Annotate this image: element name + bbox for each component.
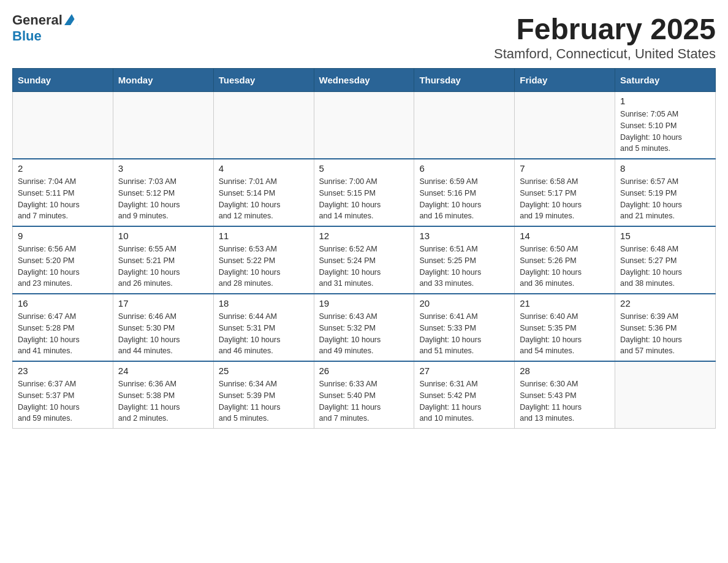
calendar-day-cell: 27Sunrise: 6:31 AMSunset: 5:42 PMDayligh… bbox=[414, 361, 515, 429]
day-number: 16 bbox=[18, 298, 108, 308]
calendar-day-cell: 26Sunrise: 6:33 AMSunset: 5:40 PMDayligh… bbox=[314, 361, 414, 429]
calendar-day-cell: 19Sunrise: 6:43 AMSunset: 5:32 PMDayligh… bbox=[314, 294, 414, 361]
day-info: Sunrise: 6:57 AMSunset: 5:19 PMDaylight:… bbox=[620, 176, 710, 222]
day-info: Sunrise: 6:36 AMSunset: 5:38 PMDaylight:… bbox=[118, 378, 208, 424]
calendar-day-cell: 23Sunrise: 6:37 AMSunset: 5:37 PMDayligh… bbox=[13, 361, 113, 429]
calendar-day-cell: 13Sunrise: 6:51 AMSunset: 5:25 PMDayligh… bbox=[414, 226, 515, 294]
day-number: 24 bbox=[118, 366, 208, 376]
calendar-week-row: 16Sunrise: 6:47 AMSunset: 5:28 PMDayligh… bbox=[13, 294, 716, 361]
calendar-day-cell: 24Sunrise: 6:36 AMSunset: 5:38 PMDayligh… bbox=[113, 361, 213, 429]
day-info: Sunrise: 7:01 AMSunset: 5:14 PMDaylight:… bbox=[219, 176, 309, 222]
day-info: Sunrise: 6:53 AMSunset: 5:22 PMDaylight:… bbox=[219, 243, 309, 289]
calendar-day-cell: 5Sunrise: 7:00 AMSunset: 5:15 PMDaylight… bbox=[314, 159, 414, 226]
calendar-day-cell bbox=[13, 92, 113, 159]
calendar-day-cell: 1Sunrise: 7:05 AMSunset: 5:10 PMDaylight… bbox=[615, 92, 716, 159]
day-number: 18 bbox=[219, 298, 309, 308]
day-number: 26 bbox=[319, 366, 409, 376]
day-number: 13 bbox=[419, 231, 509, 241]
calendar-day-cell bbox=[213, 92, 314, 159]
day-info: Sunrise: 6:37 AMSunset: 5:37 PMDaylight:… bbox=[18, 378, 108, 424]
weekday-header-tuesday: Tuesday bbox=[213, 69, 314, 92]
day-info: Sunrise: 6:48 AMSunset: 5:27 PMDaylight:… bbox=[620, 243, 710, 289]
day-info: Sunrise: 6:39 AMSunset: 5:36 PMDaylight:… bbox=[620, 311, 710, 357]
day-number: 15 bbox=[620, 231, 710, 241]
day-info: Sunrise: 6:33 AMSunset: 5:40 PMDaylight:… bbox=[319, 378, 409, 424]
weekday-header-sunday: Sunday bbox=[13, 69, 113, 92]
day-number: 22 bbox=[620, 298, 710, 308]
day-number: 2 bbox=[18, 163, 108, 174]
day-info: Sunrise: 7:00 AMSunset: 5:15 PMDaylight:… bbox=[319, 176, 409, 222]
logo-text-blue: Blue bbox=[12, 28, 42, 44]
logo-triangle-icon bbox=[64, 14, 78, 28]
day-number: 6 bbox=[419, 163, 509, 174]
day-number: 23 bbox=[18, 366, 108, 376]
calendar-day-cell: 18Sunrise: 6:44 AMSunset: 5:31 PMDayligh… bbox=[213, 294, 314, 361]
calendar-day-cell: 15Sunrise: 6:48 AMSunset: 5:27 PMDayligh… bbox=[615, 226, 716, 294]
day-info: Sunrise: 6:58 AMSunset: 5:17 PMDaylight:… bbox=[520, 176, 610, 222]
weekday-header-friday: Friday bbox=[515, 69, 615, 92]
page-header: General Blue February 2025 Stamford, Con… bbox=[12, 12, 716, 62]
calendar-day-cell: 14Sunrise: 6:50 AMSunset: 5:26 PMDayligh… bbox=[515, 226, 615, 294]
calendar-week-row: 9Sunrise: 6:56 AMSunset: 5:20 PMDaylight… bbox=[13, 226, 716, 294]
day-info: Sunrise: 6:44 AMSunset: 5:31 PMDaylight:… bbox=[219, 311, 309, 357]
day-info: Sunrise: 6:34 AMSunset: 5:39 PMDaylight:… bbox=[219, 378, 309, 424]
weekday-header-saturday: Saturday bbox=[615, 69, 716, 92]
calendar-day-cell bbox=[113, 92, 213, 159]
logo-text-general: General bbox=[12, 12, 63, 28]
weekday-header-thursday: Thursday bbox=[414, 69, 515, 92]
day-info: Sunrise: 6:51 AMSunset: 5:25 PMDaylight:… bbox=[419, 243, 509, 289]
day-number: 21 bbox=[520, 298, 610, 308]
calendar-week-row: 1Sunrise: 7:05 AMSunset: 5:10 PMDaylight… bbox=[13, 92, 716, 159]
day-number: 27 bbox=[419, 366, 509, 376]
day-info: Sunrise: 6:52 AMSunset: 5:24 PMDaylight:… bbox=[319, 243, 409, 289]
day-info: Sunrise: 6:59 AMSunset: 5:16 PMDaylight:… bbox=[419, 176, 509, 222]
day-info: Sunrise: 6:56 AMSunset: 5:20 PMDaylight:… bbox=[18, 243, 108, 289]
weekday-header-monday: Monday bbox=[113, 69, 213, 92]
day-info: Sunrise: 6:30 AMSunset: 5:43 PMDaylight:… bbox=[520, 378, 610, 424]
day-info: Sunrise: 6:43 AMSunset: 5:32 PMDaylight:… bbox=[319, 311, 409, 357]
page-title: February 2025 bbox=[494, 12, 716, 46]
calendar-day-cell: 11Sunrise: 6:53 AMSunset: 5:22 PMDayligh… bbox=[213, 226, 314, 294]
day-number: 17 bbox=[118, 298, 208, 308]
day-number: 4 bbox=[219, 163, 309, 174]
day-info: Sunrise: 6:47 AMSunset: 5:28 PMDaylight:… bbox=[18, 311, 108, 357]
day-number: 1 bbox=[620, 96, 710, 106]
calendar-week-row: 2Sunrise: 7:04 AMSunset: 5:11 PMDaylight… bbox=[13, 159, 716, 226]
page-subtitle: Stamford, Connecticut, United States bbox=[494, 46, 716, 62]
day-number: 20 bbox=[419, 298, 509, 308]
logo: General Blue bbox=[12, 12, 78, 44]
calendar-day-cell: 22Sunrise: 6:39 AMSunset: 5:36 PMDayligh… bbox=[615, 294, 716, 361]
calendar-day-cell: 12Sunrise: 6:52 AMSunset: 5:24 PMDayligh… bbox=[314, 226, 414, 294]
calendar-day-cell bbox=[314, 92, 414, 159]
day-info: Sunrise: 7:05 AMSunset: 5:10 PMDaylight:… bbox=[620, 109, 710, 155]
calendar-day-cell: 10Sunrise: 6:55 AMSunset: 5:21 PMDayligh… bbox=[113, 226, 213, 294]
day-number: 25 bbox=[219, 366, 309, 376]
calendar-day-cell: 8Sunrise: 6:57 AMSunset: 5:19 PMDaylight… bbox=[615, 159, 716, 226]
calendar-day-cell: 2Sunrise: 7:04 AMSunset: 5:11 PMDaylight… bbox=[13, 159, 113, 226]
title-block: February 2025 Stamford, Connecticut, Uni… bbox=[494, 12, 716, 62]
calendar-day-cell: 16Sunrise: 6:47 AMSunset: 5:28 PMDayligh… bbox=[13, 294, 113, 361]
day-number: 7 bbox=[520, 163, 610, 174]
day-info: Sunrise: 6:50 AMSunset: 5:26 PMDaylight:… bbox=[520, 243, 610, 289]
calendar-day-cell: 28Sunrise: 6:30 AMSunset: 5:43 PMDayligh… bbox=[515, 361, 615, 429]
calendar-day-cell: 17Sunrise: 6:46 AMSunset: 5:30 PMDayligh… bbox=[113, 294, 213, 361]
calendar-day-cell: 6Sunrise: 6:59 AMSunset: 5:16 PMDaylight… bbox=[414, 159, 515, 226]
day-info: Sunrise: 6:31 AMSunset: 5:42 PMDaylight:… bbox=[419, 378, 509, 424]
calendar-day-cell bbox=[515, 92, 615, 159]
calendar-day-cell bbox=[414, 92, 515, 159]
calendar-day-cell: 4Sunrise: 7:01 AMSunset: 5:14 PMDaylight… bbox=[213, 159, 314, 226]
calendar-day-cell: 3Sunrise: 7:03 AMSunset: 5:12 PMDaylight… bbox=[113, 159, 213, 226]
day-number: 14 bbox=[520, 231, 610, 241]
calendar-day-cell: 21Sunrise: 6:40 AMSunset: 5:35 PMDayligh… bbox=[515, 294, 615, 361]
day-number: 12 bbox=[319, 231, 409, 241]
calendar-day-cell: 20Sunrise: 6:41 AMSunset: 5:33 PMDayligh… bbox=[414, 294, 515, 361]
day-number: 11 bbox=[219, 231, 309, 241]
day-number: 19 bbox=[319, 298, 409, 308]
day-info: Sunrise: 6:40 AMSunset: 5:35 PMDaylight:… bbox=[520, 311, 610, 357]
calendar-day-cell: 9Sunrise: 6:56 AMSunset: 5:20 PMDaylight… bbox=[13, 226, 113, 294]
day-info: Sunrise: 6:46 AMSunset: 5:30 PMDaylight:… bbox=[118, 311, 208, 357]
day-number: 28 bbox=[520, 366, 610, 376]
weekday-header-wednesday: Wednesday bbox=[314, 69, 414, 92]
day-info: Sunrise: 6:41 AMSunset: 5:33 PMDaylight:… bbox=[419, 311, 509, 357]
day-info: Sunrise: 7:03 AMSunset: 5:12 PMDaylight:… bbox=[118, 176, 208, 222]
